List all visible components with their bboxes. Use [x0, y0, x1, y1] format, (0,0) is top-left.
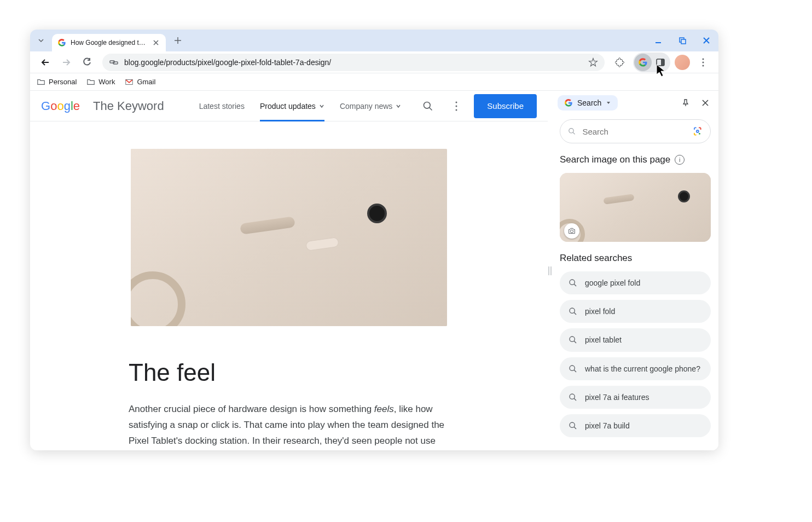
svg-rect-1 [681, 39, 686, 44]
site-search-button[interactable] [417, 95, 439, 117]
google-favicon-icon [57, 38, 66, 47]
lens-overlay-button[interactable] [564, 223, 579, 239]
main-page[interactable]: Google The Keyword Latest stories Produc… [30, 91, 548, 450]
page-image-thumbnail[interactable] [560, 173, 711, 242]
maximize-button[interactable] [675, 33, 690, 48]
browser-tab[interactable]: How Google designed the P [52, 34, 166, 51]
new-tab-button[interactable] [170, 33, 185, 48]
arrow-right-icon [61, 57, 71, 67]
google-search-panel-button[interactable] [634, 54, 652, 71]
svg-point-17 [697, 131, 698, 132]
article-paragraph: Another crucial piece of hardware design… [129, 402, 449, 450]
svg-point-8 [703, 65, 704, 66]
close-panel-button[interactable] [698, 95, 713, 111]
nav-product-updates[interactable]: Product updates [260, 91, 324, 121]
close-icon [702, 100, 709, 106]
bookmark-label: Personal [49, 78, 77, 86]
nav-company-news[interactable]: Company news [340, 91, 402, 121]
google-g-icon [564, 98, 573, 107]
gmail-icon [125, 78, 134, 86]
related-item-label: pixel 7a ai features [585, 392, 649, 402]
related-search-item[interactable]: google pixel fold [560, 271, 711, 294]
search-image-section-title: Search image on this page i [560, 154, 711, 165]
related-search-item[interactable]: pixel fold [560, 300, 711, 323]
search-icon [569, 393, 577, 402]
bookmark-gmail[interactable]: Gmail [125, 78, 155, 86]
profile-avatar[interactable] [675, 55, 690, 70]
toolbar: blog.google/products/pixel/google-pixel-… [30, 51, 718, 73]
caret-down-icon [606, 100, 611, 106]
google-logo[interactable]: Google [41, 99, 80, 113]
info-button[interactable]: i [675, 155, 685, 165]
back-button[interactable] [37, 54, 54, 71]
reload-button[interactable] [78, 54, 96, 71]
extensions-button[interactable] [611, 54, 629, 71]
article-hero-image [131, 149, 447, 326]
search-icon [569, 307, 577, 316]
chevron-down-icon [396, 103, 401, 109]
tab-close-button[interactable] [152, 38, 160, 47]
nav-latest-stories[interactable]: Latest stories [199, 91, 245, 121]
related-search-item[interactable]: what is the current google phone? [560, 357, 711, 380]
tab-search-dropdown[interactable] [34, 34, 48, 47]
site-more-button[interactable] [445, 95, 467, 117]
related-item-label: pixel fold [585, 306, 615, 316]
side-panel-content[interactable]: Search image on this page i Related sear… [552, 115, 718, 450]
camera-icon [567, 227, 576, 235]
related-search-item[interactable]: pixel 7a ai features [560, 386, 711, 409]
minimize-button[interactable] [651, 33, 666, 48]
tab-strip: How Google designed the P [30, 30, 718, 51]
chrome-menu-button[interactable] [694, 54, 712, 71]
search-icon [422, 101, 433, 112]
more-vert-icon [455, 101, 457, 111]
pin-panel-button[interactable] [678, 95, 693, 111]
search-field[interactable] [582, 127, 686, 136]
svg-point-20 [570, 308, 575, 313]
bookmark-folder-work[interactable]: Work [86, 78, 115, 86]
mouse-cursor-icon [656, 63, 666, 78]
bookmark-label: Gmail [137, 78, 155, 86]
related-search-item[interactable]: pixel 7a build [560, 414, 711, 437]
svg-point-7 [703, 61, 704, 63]
more-vert-icon [702, 58, 704, 67]
reload-icon [82, 57, 92, 67]
star-icon [588, 57, 598, 67]
side-panel-search-input[interactable] [560, 119, 711, 143]
svg-point-13 [456, 109, 457, 111]
close-icon [703, 37, 710, 44]
panel-resize-handle[interactable] [548, 91, 552, 450]
content-area: Google The Keyword Latest stories Produc… [30, 91, 718, 450]
bookmark-folder-personal[interactable]: Personal [37, 78, 77, 86]
address-bar[interactable]: blog.google/products/pixel/google-pixel-… [102, 54, 605, 71]
plus-icon [174, 37, 182, 44]
svg-point-18 [570, 230, 573, 233]
side-panel-mode-selector[interactable]: Search [558, 95, 618, 111]
forward-button[interactable] [57, 54, 75, 71]
browser-window: How Google designed the P blog.google/pr… [30, 30, 718, 450]
svg-point-6 [703, 58, 704, 60]
google-lens-icon[interactable] [693, 125, 703, 137]
search-icon [569, 364, 577, 373]
side-panel: Search [552, 91, 718, 450]
search-icon [569, 279, 577, 287]
related-item-label: pixel 7a build [585, 421, 630, 431]
svg-point-12 [456, 105, 457, 107]
article: The feel Another crucial piece of hardwa… [30, 121, 548, 450]
nav-menu: Latest stories Product updates Company n… [199, 91, 402, 121]
related-search-item[interactable]: pixel tablet [560, 328, 711, 351]
svg-point-19 [570, 280, 575, 285]
arrow-left-icon [40, 57, 50, 67]
svg-point-21 [570, 337, 575, 341]
side-panel-mode-label: Search [577, 98, 601, 107]
article-heading: The feel [129, 359, 449, 386]
search-icon [569, 421, 577, 430]
subscribe-button[interactable]: Subscribe [474, 94, 537, 118]
bookmark-star-button[interactable] [588, 57, 598, 67]
chevron-down-icon [38, 37, 44, 44]
maximize-icon [678, 37, 686, 44]
close-window-button[interactable] [699, 33, 714, 48]
site-title[interactable]: The Keyword [93, 99, 164, 113]
close-icon [153, 40, 159, 45]
side-panel-header: Search [552, 91, 718, 115]
site-info-icon[interactable] [109, 57, 119, 67]
